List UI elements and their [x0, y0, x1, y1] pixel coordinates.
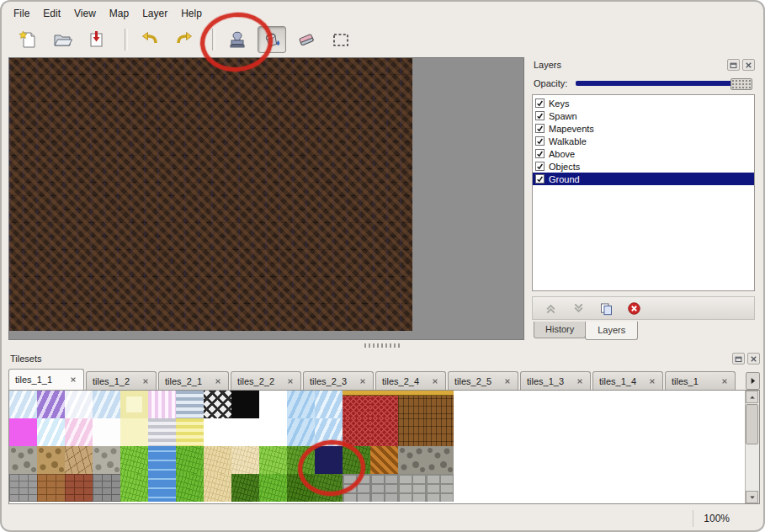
- tile-slabs[interactable]: [398, 474, 426, 502]
- tab-close-icon[interactable]: [286, 377, 295, 386]
- tile-crystal-purple[interactable]: [37, 391, 65, 418]
- horizontal-splitter[interactable]: [8, 342, 755, 349]
- undo-button[interactable]: [135, 26, 164, 53]
- tile-panel-yellow[interactable]: [120, 391, 148, 418]
- tilesets-panel-float-button[interactable]: [732, 353, 745, 364]
- tile-water-deep[interactable]: [148, 474, 176, 502]
- tileset-tab-tiles_1_3[interactable]: tiles_1_3: [520, 371, 591, 390]
- layer-visibility-checkbox[interactable]: [535, 111, 545, 120]
- open-folder-button[interactable]: [48, 26, 77, 53]
- tile-stripes-pink[interactable]: [148, 391, 176, 418]
- lower-layer-button[interactable]: [569, 300, 587, 317]
- tile-white[interactable]: [259, 391, 287, 418]
- menu-file[interactable]: File: [7, 4, 36, 23]
- tab-close-icon[interactable]: [576, 377, 584, 386]
- tile-slabs[interactable]: [370, 474, 398, 502]
- tileset-tabs-scroll-right-button[interactable]: [746, 372, 760, 390]
- tab-close-icon[interactable]: [720, 377, 729, 386]
- tile-crystal-white[interactable]: [65, 391, 93, 418]
- tile-water-glint[interactable]: [315, 418, 343, 446]
- tileset-tab-tiles_1_1[interactable]: tiles_1_1: [8, 369, 84, 390]
- tile-planks-trim[interactable]: [426, 391, 454, 418]
- tile-magenta[interactable]: [9, 418, 37, 446]
- layer-visibility-checkbox[interactable]: [535, 98, 545, 108]
- tile-white[interactable]: [204, 418, 231, 446]
- tile-planks[interactable]: [426, 418, 454, 446]
- save-button[interactable]: [82, 26, 111, 53]
- tile-stripes-yellow[interactable]: [176, 418, 204, 446]
- tileset-tab-tiles_1[interactable]: tiles_1: [665, 371, 736, 390]
- tile-stones[interactable]: [426, 446, 454, 474]
- layer-row-walkable[interactable]: Walkable: [533, 135, 754, 147]
- stamp-button[interactable]: [223, 26, 252, 53]
- tile-grass-bright[interactable]: [120, 446, 148, 474]
- tile-rock-gray[interactable]: [9, 446, 37, 474]
- layer-row-keys[interactable]: Keys: [533, 97, 754, 109]
- tile-slabs[interactable]: [343, 474, 370, 502]
- tile-carpet-red-trim[interactable]: [343, 391, 370, 418]
- tile-carpet-red[interactable]: [343, 418, 370, 446]
- tile-sand[interactable]: [204, 474, 231, 502]
- tile-grass-green[interactable]: [176, 446, 204, 474]
- tile-grass-green[interactable]: [176, 474, 204, 502]
- tile-carpet-red-trim[interactable]: [370, 391, 398, 418]
- opacity-slider-handle[interactable]: [730, 78, 752, 90]
- layer-row-objects[interactable]: Objects: [533, 160, 754, 173]
- splitter-grip[interactable]: [364, 343, 400, 348]
- tile-stones[interactable]: [398, 446, 426, 474]
- tile-brick-gray[interactable]: [9, 474, 37, 502]
- tile-brick-red[interactable]: [65, 474, 93, 502]
- duplicate-layer-button[interactable]: [597, 300, 615, 317]
- tile-sand[interactable]: [204, 446, 231, 474]
- tile-rock-tan[interactable]: [37, 446, 65, 474]
- tilesets-panel-close-button[interactable]: [747, 353, 760, 364]
- tile-void-navy[interactable]: [315, 446, 343, 474]
- tile-pebbles[interactable]: [93, 446, 120, 474]
- tile-water-glint[interactable]: [315, 391, 343, 418]
- tile-water-blue[interactable]: [287, 391, 315, 418]
- menu-edit[interactable]: Edit: [36, 4, 67, 23]
- tab-layers[interactable]: Layers: [585, 322, 638, 340]
- tile-earth-cracked[interactable]: [65, 446, 93, 474]
- tileset-vertical-scrollbar[interactable]: [745, 391, 759, 503]
- tile-black[interactable]: [231, 391, 259, 418]
- bucket-fill-button[interactable]: [258, 26, 286, 53]
- layer-visibility-checkbox[interactable]: [535, 124, 545, 133]
- tab-close-icon[interactable]: [69, 375, 77, 384]
- map-viewport[interactable]: [8, 57, 524, 340]
- scroll-up-button[interactable]: [746, 391, 758, 403]
- tile-brick-dark[interactable]: [93, 474, 120, 502]
- tileset-tab-tiles_2_2[interactable]: tiles_2_2: [231, 371, 301, 390]
- menu-layer[interactable]: Layer: [135, 4, 174, 23]
- tab-close-icon[interactable]: [503, 377, 512, 386]
- new-file-button[interactable]: [13, 26, 42, 53]
- tile-brick-brown[interactable]: [37, 474, 65, 502]
- menu-help[interactable]: Help: [174, 4, 209, 23]
- tile-white[interactable]: [259, 418, 287, 446]
- tab-close-icon[interactable]: [141, 377, 150, 386]
- tile-stripes-gray[interactable]: [148, 418, 176, 446]
- tile-water-cyan[interactable]: [37, 418, 65, 446]
- tab-close-icon[interactable]: [214, 377, 222, 386]
- map-canvas[interactable]: [9, 58, 412, 331]
- layers-panel-float-button[interactable]: [727, 59, 740, 71]
- tile-grass-mottled[interactable]: [315, 474, 343, 502]
- layer-visibility-checkbox[interactable]: [535, 162, 545, 171]
- scrollbar-thumb[interactable]: [746, 404, 758, 444]
- opacity-slider[interactable]: [576, 77, 752, 89]
- tile-sand-pale[interactable]: [231, 446, 259, 474]
- tile-grass-green[interactable]: [259, 474, 287, 502]
- tile-planks[interactable]: [398, 418, 426, 446]
- layer-visibility-checkbox[interactable]: [535, 174, 545, 184]
- tileset-tab-tiles_2_1[interactable]: tiles_2_1: [158, 371, 229, 390]
- tile-water-sky[interactable]: [9, 391, 37, 418]
- tileset-tab-tiles_2_4[interactable]: tiles_2_4: [375, 371, 446, 390]
- tile-weave-rust[interactable]: [370, 446, 398, 474]
- tile-water-pale[interactable]: [93, 391, 120, 418]
- raise-layer-button[interactable]: [541, 300, 560, 317]
- tile-grass-lime[interactable]: [259, 446, 287, 474]
- tile-pink-soft[interactable]: [65, 418, 93, 446]
- eraser-button[interactable]: [292, 26, 321, 53]
- tab-close-icon[interactable]: [648, 377, 656, 386]
- tileset-tab-tiles_1_2[interactable]: tiles_1_2: [86, 371, 157, 390]
